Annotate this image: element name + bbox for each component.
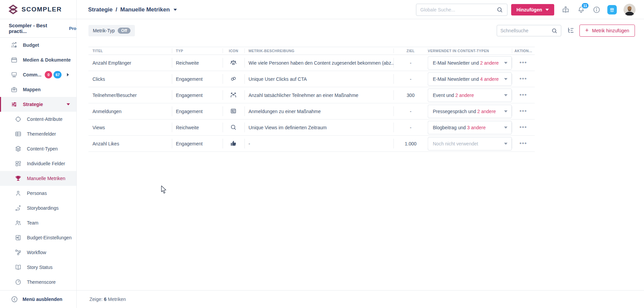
metric-title-cell: Anmeldungen [88, 103, 172, 119]
metric-used-in-cell: Event und 2 andere [428, 87, 512, 103]
summary-label: Zeige: [89, 297, 103, 302]
magnifier-icon [230, 124, 237, 131]
thumbs-up-icon [230, 140, 237, 147]
chevron-down-icon [545, 9, 549, 11]
breadcrumb-current[interactable]: Manuelle Metriken [120, 6, 169, 13]
used-in-content-types-dropdown[interactable]: Event und 2 andere [428, 89, 512, 102]
workspace-plan-badge: Pro [69, 26, 76, 31]
dropdown-value: Pressegespräch und 2 andere [433, 109, 504, 114]
sidebar-item-mappen[interactable]: Mappen [0, 82, 76, 97]
team-icon [15, 219, 22, 226]
newspaper-icon [230, 108, 237, 115]
chevron-down-icon [504, 110, 507, 112]
filterbar: Metrik-Typ Off + Metrik hinzufügen [77, 19, 644, 46]
sidebar-item-themenscore[interactable]: Themenscore [0, 275, 76, 289]
user-avatar[interactable] [623, 4, 636, 16]
used-in-content-types-dropdown[interactable]: E-Mail Newsletter und 4 andere [428, 72, 512, 86]
sidebar-item-budget[interactable]: Budget [0, 38, 76, 53]
used-in-content-types-dropdown[interactable]: Blogbeitrag und 3 andere [428, 121, 512, 134]
count-badge: 0 [45, 71, 52, 78]
global-search-input[interactable] [420, 7, 494, 12]
used-in-content-types-dropdown[interactable]: Noch nicht verwendet [428, 137, 512, 150]
chevron-down-icon[interactable] [174, 9, 177, 11]
breadcrumb: Strategie / Manuelle Metriken [88, 0, 177, 19]
used-in-content-types-dropdown[interactable]: E-Mail Newsletter und 2 andere [428, 56, 512, 70]
sidebar-item-label: Workflow [27, 250, 46, 255]
search-icon [496, 6, 503, 13]
count-badge: 67 [53, 71, 62, 78]
row-actions-menu-icon[interactable]: ••• [520, 110, 527, 112]
sidebar-item-team[interactable]: Team [0, 215, 76, 230]
chart-growth-icon [11, 42, 17, 48]
sidebar-item-manuelle-metriken[interactable]: Manuelle Metriken [0, 171, 76, 186]
sidebar-item-themenfelder[interactable]: Themenfelder [0, 127, 76, 141]
metric-icon-cell [223, 103, 244, 119]
row-actions-menu-icon[interactable]: ••• [520, 142, 527, 145]
filterbar-actions: + Metrik hinzufügen [497, 25, 635, 36]
sidebar-item-budget-einstellungen[interactable]: Budget-Einstellungen [0, 230, 76, 245]
metric-actions-cell: ••• [512, 71, 535, 87]
collapse-menu-button[interactable]: Menü ausblenden [0, 290, 77, 308]
chevron-down-icon [504, 78, 507, 80]
table-icon [15, 131, 22, 137]
metric-description-cell: Anmeldungen zu einer Maßnahme [244, 103, 393, 119]
notification-count-badge: 11 [581, 2, 589, 9]
row-actions-menu-icon[interactable]: ••• [520, 126, 527, 129]
academy-icon[interactable] [562, 6, 570, 14]
row-actions-menu-icon[interactable]: ••• [520, 94, 527, 96]
search-icon [551, 28, 558, 34]
metric-type-filter-chip[interactable]: Metrik-Typ Off [88, 25, 135, 36]
intercom-chat-icon[interactable] [607, 5, 617, 14]
metrics-table: TITELTYPICONMETRIK-BESCHREIBUNGZIELVERWE… [88, 47, 535, 152]
sidebar-item-workflow[interactable]: Workflow [0, 245, 76, 260]
sidebar-item-story-status[interactable]: Story Status [0, 260, 76, 275]
column-header-desc: METRIK-BESCHREIBUNG [244, 47, 393, 55]
dropdown-value: Blogbeitrag und 3 andere [433, 125, 504, 130]
metric-type-cell: Engagement [172, 87, 223, 103]
metric-used-in-cell: Pressegespräch und 2 andere [428, 103, 512, 119]
add-button[interactable]: Hinzufügen [511, 4, 554, 15]
app-logo[interactable]: SCOMPLER [0, 0, 76, 19]
metric-description-cell: Unique Views im definierten Zeitraum [244, 119, 393, 135]
chevron-down-icon [66, 103, 70, 106]
used-in-content-types-dropdown[interactable]: Pressegespräch und 2 andere [428, 105, 512, 118]
briefcase-icon [11, 86, 17, 93]
sidebar-item-community[interactable]: Comm...067 [0, 67, 76, 82]
metric-type-cell: Engagement [172, 136, 223, 151]
breadcrumb-parent[interactable]: Strategie [88, 6, 113, 13]
sidebar-item-label: Content-Attribute [27, 116, 63, 122]
column-header-ziel: ZIEL [393, 47, 428, 55]
sidebar-item-medien-dokumente[interactable]: Medien & Dokumente [0, 53, 76, 67]
sidebar-item-content-attribute[interactable]: Content-Attribute [0, 112, 76, 127]
table-row: Anzahl LikesEngagement-1.000Noch nicht v… [88, 136, 535, 152]
sidebar-item-label: Budget-Einstellungen [27, 235, 72, 240]
sidebar-item-label: Budget [23, 42, 39, 48]
sidebar-item-strategie[interactable]: Strategie [0, 97, 76, 112]
workspace-switcher[interactable]: Scompler - Best practi... Pro [0, 19, 76, 38]
sidebar-item-individuelle-felder[interactable]: Individuelle Felder [0, 156, 76, 171]
topbar-actions: Hinzufügen 11 [416, 0, 636, 19]
row-actions-menu-icon[interactable]: ••• [520, 78, 527, 80]
metric-type-cell: Reichweite [172, 119, 223, 135]
table-row: ViewsReichweiteUnique Views im definiert… [88, 119, 535, 136]
plus-icon: + [585, 27, 589, 33]
sidebar-item-content-typen[interactable]: Content-Typen [0, 141, 76, 156]
table-header-row: TITELTYPICONMETRIK-BESCHREIBUNGZIELVERWE… [88, 47, 535, 55]
metric-actions-cell: ••• [512, 87, 535, 103]
sidebar-menu: BudgetMedien & DokumenteComm...067Mappen… [0, 38, 76, 289]
sidebar-item-storyboardings[interactable]: Storyboardings [0, 201, 76, 215]
table-row: Teilnehmer/BesucherEngagementAnzahl tats… [88, 87, 535, 103]
quick-search-input[interactable] [500, 28, 549, 33]
info-icon[interactable] [593, 6, 601, 14]
sidebar-item-personas[interactable]: Personas [0, 186, 76, 201]
notifications-bell-icon[interactable]: 11 [577, 6, 585, 14]
sidebar-item-label: Manuelle Metriken [27, 176, 65, 181]
tree-view-icon[interactable] [567, 27, 575, 35]
archive-box-icon [11, 57, 17, 63]
metric-title-cell: Anzahl Likes [88, 136, 172, 151]
row-actions-menu-icon[interactable]: ••• [520, 62, 527, 64]
add-metric-button[interactable]: + Metrik hinzufügen [579, 25, 635, 37]
metric-actions-cell: ••• [512, 103, 535, 119]
route-icon [15, 205, 22, 211]
sidebar-item-label: Story Status [27, 265, 52, 270]
